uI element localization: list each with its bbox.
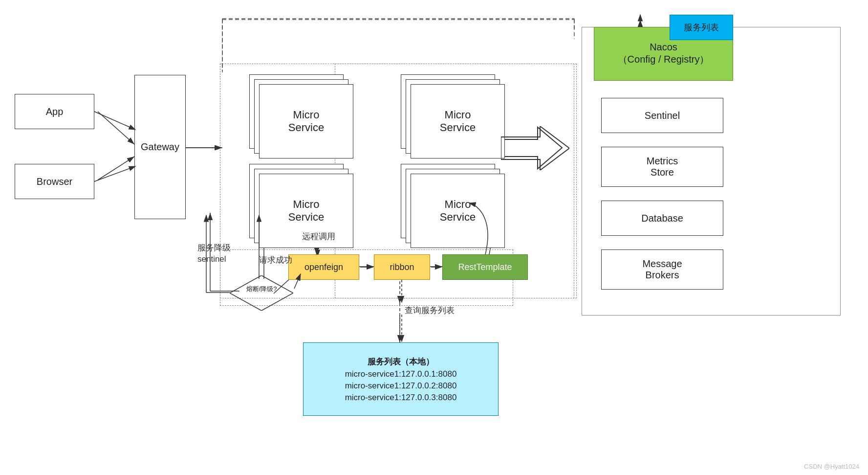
database-label: Database [641,213,683,224]
app-box: App [15,94,94,129]
browser-label: Browser [37,176,72,187]
local-line3: micro-service1:127.0.0.3:8080 [345,393,457,403]
local-title: 服务列表（本地） [368,356,434,367]
big-arrow [501,126,569,170]
label-success: 请求成功 [259,254,292,266]
micro1-box: Micro Service [259,84,353,158]
diamond-wrap: 熔断/降级? [230,275,293,311]
nacos-label-box: 服务列表 [670,15,733,40]
svg-marker-21 [230,275,293,311]
rest-box: RestTemplate [442,254,528,280]
local-line2: micro-service1:127.0.0.2:8080 [345,381,457,391]
database-box: Database [601,201,723,236]
message-label: Message Brokers [642,258,682,281]
metrics-box: Metrics Store [601,147,723,187]
openfeign-box: openfeign [288,254,359,280]
ribbon-label: ribbon [390,262,414,272]
svg-line-25 [94,112,135,130]
label-degrade: 服务降级 [197,242,231,253]
sentinel-label: Sentinel [645,110,680,121]
label-remote: 远程调用 [302,231,335,242]
metrics-label: Metrics Store [647,156,678,178]
nacos-text: Nacos （Config / Registry） [618,42,710,66]
sentinel-box: Sentinel [601,98,723,133]
svg-text:熔断/降级?: 熔断/降级? [246,285,277,293]
diagram-container: App Browser Gateway Micro Service Micro … [0,0,868,475]
micro4-label: Micro Service [440,198,476,224]
micro1-label: Micro Service [288,109,324,134]
diamond-svg: 熔断/降级? [230,275,293,311]
local-service-box: 服务列表（本地） micro-service1:127.0.0.1:8080 m… [303,342,499,416]
ribbon-box: ribbon [374,254,430,280]
gateway-label: Gateway [141,141,179,153]
rest-label: RestTemplate [458,262,512,272]
gateway-box: Gateway [134,75,186,219]
micro2-box: Micro Service [411,84,505,158]
message-box: Message Brokers [601,249,723,290]
svg-line-26 [94,166,135,181]
svg-line-3 [98,157,134,180]
local-line1: micro-service1:127.0.0.1:8080 [345,369,457,379]
nacos-label: 服务列表 [684,22,719,33]
svg-line-2 [98,112,134,144]
micro3-label: Micro Service [288,198,324,224]
openfeign-label: openfeign [304,262,343,272]
app-label: App [46,106,64,117]
micro2-label: Micro Service [440,109,476,134]
svg-marker-20 [501,126,569,170]
label-query: 查询服务列表 [405,305,455,316]
micro4-box: Micro Service [411,174,505,248]
label-sentinel: sentinel [197,254,226,264]
watermark: CSDN @Hyatt1024 [804,463,859,470]
browser-box: Browser [15,164,94,199]
